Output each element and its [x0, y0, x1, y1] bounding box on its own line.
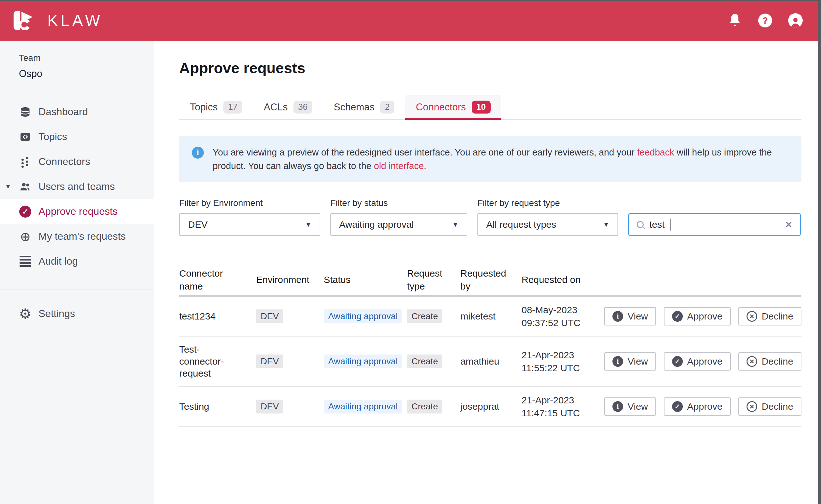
column-header-environment: Environment	[256, 273, 324, 286]
info-icon: i	[613, 356, 623, 367]
connector-name-cell: test1234	[179, 310, 256, 322]
clear-search-button[interactable]: ✕	[785, 220, 792, 230]
page-title: Approve requests	[179, 59, 801, 78]
sidebar-item-users-and-teams[interactable]: ▼ Users and teams	[0, 174, 154, 199]
sidebar-item-approve-requests[interactable]: ✓ Approve requests	[0, 199, 154, 224]
requested-by-cell: miketest	[460, 311, 522, 322]
tab-label: Topics	[190, 102, 218, 113]
klaw-logo-glyph	[13, 10, 33, 31]
status-cell: Awaiting approval	[324, 355, 407, 368]
environment-cell: DEV	[256, 355, 324, 368]
row-actions: i View ✓ Approve ✕ Decline	[604, 307, 801, 325]
banner-text: You are viewing a preview of the redesig…	[213, 146, 789, 173]
info-icon: i	[192, 147, 204, 159]
requested-on-date: 21-Apr-2023	[522, 394, 604, 407]
decline-button[interactable]: ✕ Decline	[738, 307, 801, 325]
column-header-requested-on: Requested on	[522, 273, 604, 286]
help-icon[interactable]: ?	[758, 13, 772, 28]
status-badge: Awaiting approval	[324, 355, 402, 368]
sidebar-item-label: Audit log	[38, 255, 78, 267]
requests-table: Connector name Environment Status Reques…	[179, 264, 801, 427]
check-circle-icon: ✓	[19, 206, 32, 218]
requested-on-date: 08-May-2023	[522, 303, 604, 316]
request-type-select-value: All request types	[486, 219, 556, 230]
approve-button[interactable]: ✓ Approve	[664, 397, 731, 416]
approve-button[interactable]: ✓ Approve	[664, 307, 731, 325]
sidebar-item-label: Users and teams	[38, 181, 115, 192]
environment-select-value: DEV	[188, 219, 208, 230]
feedback-link[interactable]: feedback	[637, 147, 674, 157]
status-cell: Awaiting approval	[324, 400, 407, 413]
view-button[interactable]: i View	[604, 352, 656, 371]
sidebar-item-label: Settings	[38, 308, 75, 319]
environment-badge: DEV	[256, 309, 283, 323]
sidebar: Team Ospo Dashboard Topics	[0, 41, 154, 504]
decline-button[interactable]: ✕ Decline	[738, 352, 801, 371]
sidebar-item-settings[interactable]: ⚙ Settings	[0, 301, 154, 326]
view-button[interactable]: i View	[604, 397, 656, 416]
search-input[interactable]: test ✕	[628, 213, 801, 236]
chevron-down-icon: ▼	[603, 221, 609, 228]
request-type-select[interactable]: All request types ▼	[478, 213, 618, 236]
sidebar-item-label: Approve requests	[38, 206, 118, 217]
view-button[interactable]: i View	[604, 307, 656, 325]
list-icon	[19, 256, 32, 267]
request-type-filter-label: Filter by request type	[478, 198, 618, 209]
team-name: Ospo	[19, 68, 135, 79]
sidebar-divider-bottom	[0, 290, 154, 290]
tab-label: ACLs	[264, 102, 288, 113]
decline-button[interactable]: ✕ Decline	[738, 397, 801, 416]
status-select[interactable]: Awaiting approval ▼	[330, 213, 467, 236]
sidebar-item-dashboard[interactable]: Dashboard	[0, 99, 154, 124]
status-badge: Awaiting approval	[324, 400, 402, 413]
table-row: Test-connector-request DEV Awaiting appr…	[179, 337, 801, 387]
sidebar-item-connectors[interactable]: Connectors	[0, 149, 154, 174]
row-actions: i View ✓ Approve ✕ Decline	[604, 397, 801, 416]
environment-select[interactable]: DEV ▼	[179, 213, 320, 236]
people-icon	[19, 181, 32, 193]
request-type-badge: Create	[407, 309, 443, 323]
tab-schemas[interactable]: Schemas 2	[323, 95, 405, 119]
tab-label: Schemas	[334, 102, 374, 113]
sidebar-item-audit-log[interactable]: Audit log	[0, 249, 154, 274]
requested-on-time: 09:37:52 UTC	[522, 316, 604, 329]
connector-name-cell: Test-connector-request	[179, 343, 256, 379]
status-filter-label: Filter by status	[330, 198, 467, 209]
environment-cell: DEV	[256, 309, 324, 323]
dots-grid-icon	[19, 156, 32, 167]
tab-connectors[interactable]: Connectors 10	[405, 95, 502, 119]
sidebar-item-my-teams-requests[interactable]: ⊕ My team's requests	[0, 224, 154, 249]
klaw-logo-icon[interactable]	[13, 10, 33, 31]
request-type-tabs: Topics 17 ACLs 36 Schemas 2 Connectors 1…	[179, 95, 801, 120]
notifications-bell-icon[interactable]	[728, 13, 742, 28]
filters-row: Filter by Environment DEV ▼ Filter by st…	[179, 198, 801, 236]
chevron-down-icon[interactable]: ▼	[5, 183, 11, 190]
request-type-badge: Create	[407, 355, 443, 368]
request-type-badge: Create	[407, 400, 443, 413]
preview-info-banner: i You are viewing a preview of the redes…	[179, 136, 801, 182]
main-content: Approve requests Topics 17 ACLs 36 Schem…	[154, 41, 818, 504]
topbar-icons: ?	[728, 13, 803, 28]
tab-acls[interactable]: ACLs 36	[253, 95, 323, 119]
request-type-cell: Create	[407, 309, 460, 323]
table-header-row: Connector name Environment Status Reques…	[179, 264, 801, 296]
table-row: test1234 DEV Awaiting approval Create mi…	[179, 296, 801, 337]
old-interface-link[interactable]: old interface	[374, 161, 424, 171]
approve-button[interactable]: ✓ Approve	[664, 352, 731, 371]
database-icon	[19, 106, 32, 118]
sidebar-nav: Dashboard Topics Connectors ▼	[0, 88, 154, 274]
top-navigation-bar: KLAW ?	[0, 0, 821, 41]
status-filter: Filter by status Awaiting approval ▼	[330, 198, 467, 236]
requested-on-cell: 21-Apr-2023 11:55:22 UTC	[522, 349, 604, 374]
requested-by-cell: josepprat	[460, 401, 522, 412]
team-label: Team	[19, 53, 135, 63]
code-block-icon	[19, 131, 32, 143]
environment-badge: DEV	[256, 400, 283, 413]
sidebar-item-topics[interactable]: Topics	[0, 124, 154, 149]
tab-topics[interactable]: Topics 17	[179, 95, 253, 119]
x-circle-icon: ✕	[747, 401, 757, 412]
profile-avatar-icon[interactable]	[788, 13, 803, 28]
search-value: test	[649, 219, 665, 230]
sidebar-item-label: My team's requests	[38, 231, 126, 242]
column-header-request-type: Request type	[407, 267, 460, 293]
